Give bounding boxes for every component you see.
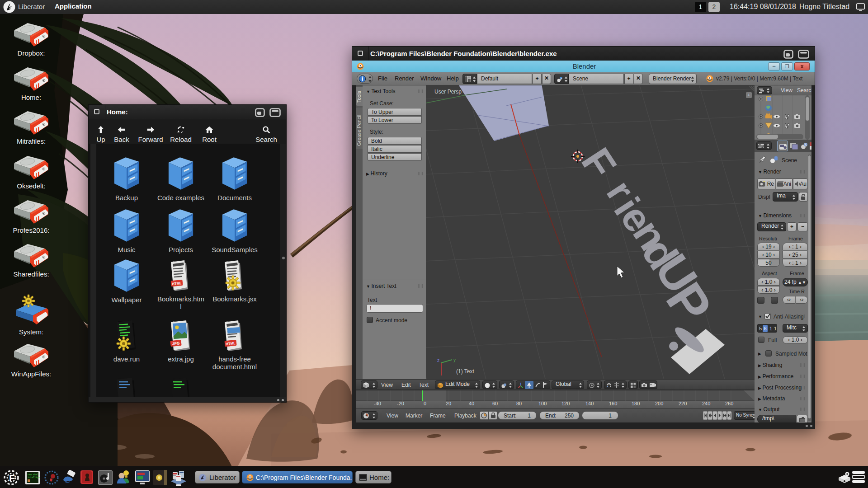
svg-text:z: z [437, 358, 439, 363]
svg-text:User Persp: User Persp [434, 89, 462, 95]
svg-text:y: y [453, 357, 456, 362]
svg-text:F: F [9, 473, 15, 483]
svg-text:+: + [747, 92, 750, 98]
svg-text:JPG: JPG [172, 341, 180, 346]
svg-text:Scene: Scene [782, 157, 797, 164]
svg-text:intelligence: intelligence [28, 476, 40, 479]
svg-text:(1) Text: (1) Text [456, 368, 474, 375]
